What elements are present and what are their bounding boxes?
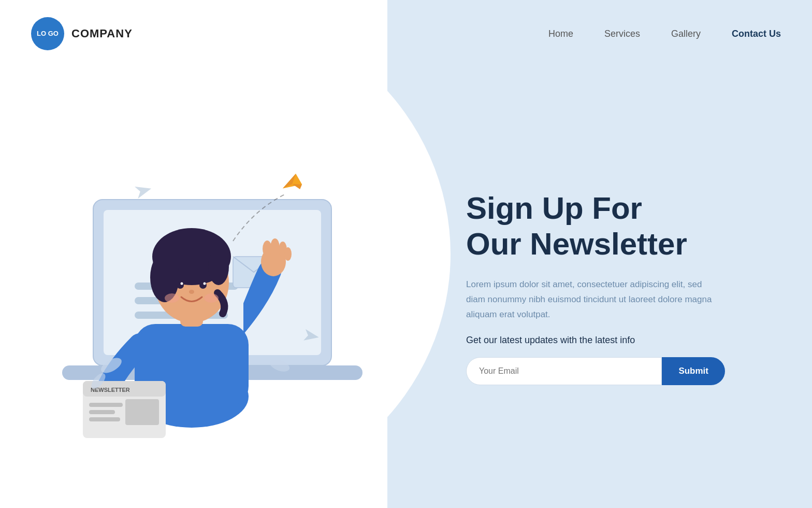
newsletter-illustration: NEWSLETTER: [31, 106, 394, 469]
nav: Home Services Gallery Contact Us: [548, 29, 781, 39]
svg-rect-34: [125, 399, 159, 425]
svg-rect-31: [89, 403, 123, 407]
nav-item-gallery[interactable]: Gallery: [671, 29, 701, 39]
nav-item-home[interactable]: Home: [548, 29, 573, 39]
svg-point-18: [181, 283, 183, 285]
svg-marker-38: [135, 182, 153, 199]
svg-rect-33: [89, 417, 120, 421]
submit-button[interactable]: Submit: [662, 357, 725, 385]
headline-line2: Our Newsletter: [466, 227, 687, 261]
svg-point-15: [208, 249, 229, 285]
svg-point-16: [177, 281, 184, 289]
logo-text: LO GO: [37, 30, 59, 38]
illustration-area: NEWSLETTER: [0, 67, 425, 508]
svg-point-19: [204, 283, 206, 285]
headline: Sign Up For Our Newsletter: [466, 190, 771, 262]
company-name: COMPANY: [71, 27, 133, 40]
nav-item-services[interactable]: Services: [604, 29, 640, 39]
svg-point-22: [189, 290, 194, 294]
svg-rect-32: [89, 410, 115, 414]
main-content: NEWSLETTER: [0, 67, 812, 508]
nav-item-contact[interactable]: Contact Us: [732, 29, 781, 39]
headline-line1: Sign Up For: [466, 191, 642, 225]
description: Lorem ipsum dolor sit amet, consectetuer…: [466, 277, 715, 322]
svg-point-27: [284, 247, 292, 261]
svg-point-20: [165, 293, 179, 303]
svg-point-17: [199, 281, 207, 289]
logo-area: LO GO COMPANY: [31, 17, 133, 50]
cta-text: Get our latest updates with the latest i…: [466, 335, 771, 346]
email-input[interactable]: [466, 357, 662, 385]
email-form: Submit: [466, 357, 725, 385]
svg-point-21: [204, 293, 219, 303]
svg-point-25: [270, 238, 280, 256]
logo-circle: LO GO: [31, 17, 64, 50]
header: LO GO COMPANY Home Services Gallery Cont…: [0, 0, 812, 67]
content-area: Sign Up For Our Newsletter Lorem ipsum d…: [425, 67, 812, 508]
